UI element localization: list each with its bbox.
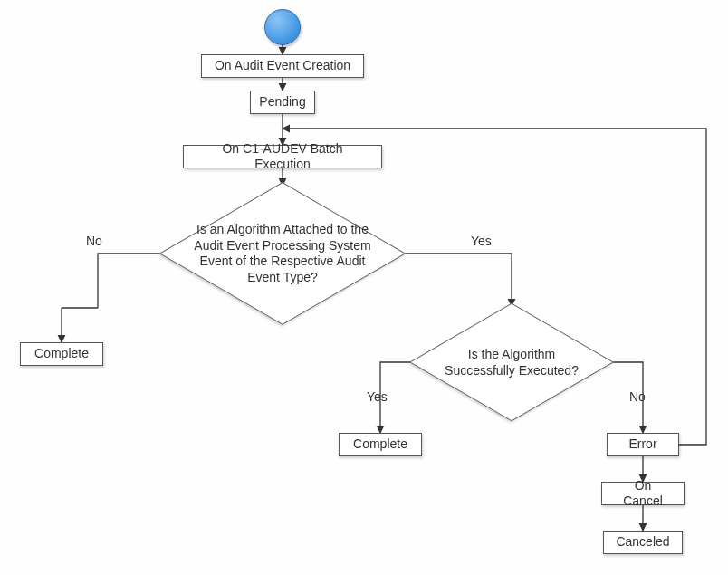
- state-complete-center-label: Complete: [353, 436, 407, 453]
- state-error: Error: [607, 433, 679, 456]
- state-complete-left-label: Complete: [34, 346, 89, 362]
- start-node: [264, 9, 301, 45]
- event-on-cancel: On Cancel: [601, 482, 685, 505]
- state-pending-label: Pending: [259, 94, 305, 110]
- event-on-batch: On C1-AUDEV Batch Execution: [183, 145, 382, 168]
- state-error-label: Error: [628, 436, 656, 453]
- edge-label-yes-2: Yes: [367, 389, 388, 404]
- state-complete-left: Complete: [20, 342, 103, 366]
- event-on-batch-label: On C1-AUDEV Batch Execution: [195, 141, 370, 173]
- state-canceled-label: Canceled: [616, 534, 669, 551]
- decision-algo-success-label: Is the Algorithm Successfully Executed?: [444, 347, 580, 379]
- edge-label-no-1: No: [86, 234, 102, 248]
- state-pending: Pending: [250, 91, 315, 114]
- edge-label-yes-1: Yes: [471, 234, 492, 248]
- state-complete-center: Complete: [339, 433, 422, 456]
- flowchart-canvas: On Audit Event Creation Pending On C1-AU…: [0, 0, 728, 575]
- decision-algo-attached-label: Is an Algorithm Attached to the Audit Ev…: [192, 222, 373, 285]
- event-on-creation-label: On Audit Event Creation: [215, 58, 350, 74]
- edge-label-no-2: No: [629, 389, 646, 404]
- event-on-creation: On Audit Event Creation: [201, 54, 364, 78]
- state-canceled: Canceled: [603, 531, 683, 554]
- decision-algo-success: Is the Algorithm Successfully Executed?: [417, 306, 607, 418]
- decision-algo-attached: Is an Algorithm Attached to the Audit Ev…: [169, 186, 396, 321]
- event-on-cancel-label: On Cancel: [613, 478, 673, 510]
